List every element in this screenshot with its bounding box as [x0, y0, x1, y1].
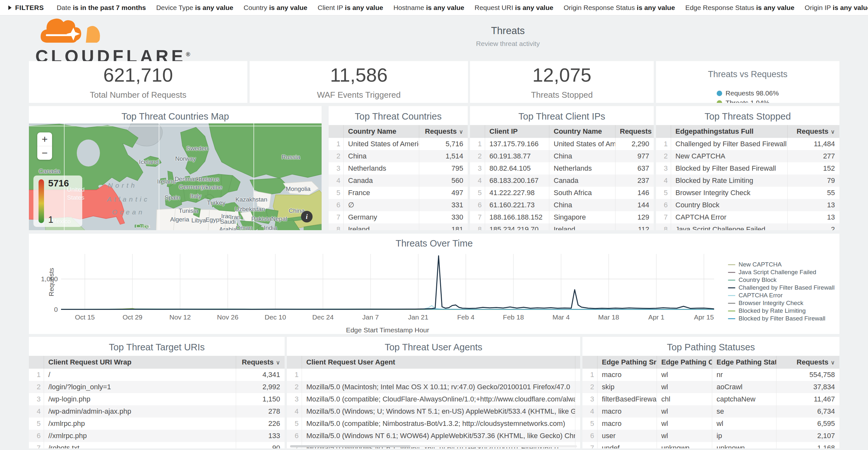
chart-legend-item[interactable]: Blocked by Filter Based Firewall: [728, 315, 835, 322]
table-row: 5Mozilla/5.0 (compatible; Nimbostratus-B…: [287, 418, 580, 430]
filter-item[interactable]: Origin Response Status is any value: [563, 4, 675, 11]
chart-legend-item[interactable]: Country Block: [728, 276, 835, 284]
top-threat-countries-table: Country NameRequests∨1United States of A…: [329, 125, 468, 230]
filter-item[interactable]: Request URI is any value: [474, 4, 553, 11]
table-cell: [575, 393, 580, 405]
filter-field: Edge Response Status: [685, 4, 756, 11]
table-cell: user: [597, 430, 657, 442]
country-label: Italy: [190, 192, 202, 200]
threats-vs-requests-panel: Threats vs Requests Requests 98.06%Threa…: [656, 61, 839, 103]
table-row: 4macrowlse6,734: [582, 405, 839, 418]
legend-series-label: New CAPTCHA: [739, 261, 782, 268]
table-cell: 11,467: [776, 393, 839, 405]
column-header[interactable]: Requests∨: [419, 125, 468, 138]
column-header[interactable]: Requests∨: [776, 356, 839, 369]
table-row: 7/robots.txt90: [29, 442, 285, 448]
top-pathing-statuses-panel: Top Pathing Statuses Edge Pathing SrcEdg…: [582, 337, 839, 448]
country-label: Russia: [281, 153, 300, 161]
table-cell: 129: [615, 211, 654, 223]
row-index: 8: [656, 223, 671, 230]
table-cell: Ireland: [343, 223, 419, 230]
filter-item[interactable]: Device Type is any value: [156, 4, 233, 11]
table-row: 4Mozilla/5.0 (Windows; U; Windows NT 5.1…: [287, 405, 580, 418]
country-label: Egypt: [206, 216, 221, 224]
column-header[interactable]: Client IP: [485, 125, 549, 138]
table-cell: 277: [787, 150, 839, 162]
horizontal-scrollbar[interactable]: [290, 445, 577, 447]
chart-legend: New CAPTCHAJava Script Challenge FailedC…: [728, 261, 835, 322]
column-header[interactable]: Requests∨: [787, 125, 839, 138]
stat-label: Threats Stopped: [531, 90, 593, 100]
chart-legend-item[interactable]: Browser Integrity Check: [728, 299, 835, 307]
table-cell: /wp-login.php: [44, 393, 236, 405]
scrollbar-thumb[interactable]: [290, 445, 410, 447]
stat-total-requests: 621,710 Total Number of Requests: [29, 61, 247, 103]
expand-arrow-icon: [8, 5, 11, 10]
table-cell: 13: [787, 211, 839, 223]
column-header[interactable]: Client Request User Agent: [302, 356, 575, 369]
zoom-in-button[interactable]: +: [37, 132, 52, 146]
info-icon[interactable]: i: [301, 211, 313, 222]
filter-items: Date is in the past 7 monthsDevice Type …: [57, 4, 868, 11]
page-subtitle: Review threat activity: [167, 40, 849, 48]
country-label: Uzbekistan: [235, 205, 265, 213]
filter-item[interactable]: Hostname is any value: [394, 4, 465, 11]
table-cell: wl: [657, 418, 712, 430]
country-label: Germany: [179, 183, 204, 191]
row-index: 3: [29, 393, 44, 405]
chart-legend-item[interactable]: New CAPTCHA: [728, 261, 835, 268]
table-cell: 554,758: [776, 369, 839, 381]
legend-min-value: 1: [48, 214, 53, 225]
top-threats-stopped-panel: Top Threats Stopped Edgepathingstatus Fu…: [656, 106, 839, 230]
table-cell: China: [343, 150, 419, 162]
table-cell: //xmlrpc.php: [44, 430, 236, 442]
column-header[interactable]: Edgepathingstatus Full: [671, 125, 787, 138]
filter-item[interactable]: Client IP is any value: [318, 4, 383, 11]
column-header[interactable]: Requests∨: [615, 125, 654, 138]
cloudflare-logo: CLOUDFLARE®: [35, 15, 170, 60]
table-cell: /xmlrpc.php: [44, 418, 236, 430]
world-map[interactable]: CanadaUnited StatesMexicoCubaIcelandIrel…: [29, 123, 321, 230]
table-row: 5Browser Integrity Check55: [656, 187, 839, 199]
stat-value: 12,075: [532, 64, 591, 86]
row-index: 5: [29, 418, 44, 430]
table-cell: 152: [787, 162, 839, 175]
chart-plot[interactable]: [61, 254, 714, 310]
row-index: 2: [29, 381, 44, 393]
top-pathing-statuses-table: Edge Pathing SrcEdge Pathing OpEdge Path…: [582, 356, 839, 448]
table-cell: ip: [712, 430, 776, 442]
column-header-label: Client Request User Agent: [307, 358, 396, 366]
table-cell: 5,716: [419, 138, 468, 150]
chart-legend-item[interactable]: Challenged by Filter Based Firewall: [728, 284, 835, 292]
column-header[interactable]: Edge Pathing Op: [657, 356, 712, 369]
threats-over-time-panel: Threats Over Time Requests 1,0000 Oct 15…: [29, 234, 839, 334]
column-header[interactable]: [575, 356, 580, 369]
top-threat-countries-panel: Top Threat Countries Country NameRequest…: [329, 106, 468, 230]
filters-toggle[interactable]: FILTERS: [8, 4, 44, 11]
zoom-out-button[interactable]: −: [37, 146, 52, 160]
legend-label: Requests 98.06%: [726, 89, 779, 97]
x-tick-label: Jan 7: [353, 313, 389, 321]
filter-item[interactable]: Date is in the past 7 months: [57, 4, 146, 11]
table-row: 8Ireland181: [329, 223, 468, 230]
column-header[interactable]: Edge Pathing Src: [597, 356, 657, 369]
table-cell: /wp-admin/admin-ajax.php: [44, 405, 236, 418]
table-cell: ∅: [343, 199, 419, 211]
column-header[interactable]: Country Name: [549, 125, 615, 138]
row-index: 1: [656, 138, 671, 150]
column-header[interactable]: Edge Pathing Status: [712, 356, 776, 369]
filter-item[interactable]: Edge Response Status is any value: [685, 4, 795, 11]
table-row: 3filterBasedFirewallchlcaptchaNew11,467: [582, 393, 839, 405]
chart-legend-item[interactable]: Java Script Challenge Failed: [728, 268, 835, 276]
panel-title: Top Threat Client IPs: [470, 111, 654, 122]
filter-item[interactable]: Origin IP is any value: [805, 4, 868, 11]
table-cell: 278: [236, 405, 285, 418]
chart-legend-item[interactable]: Blocked by Rate Limiting: [728, 307, 835, 315]
column-header[interactable]: Country Name: [343, 125, 419, 138]
column-header[interactable]: Client Request URI Wrap: [44, 356, 236, 369]
legend-line-icon: [728, 295, 735, 296]
column-header[interactable]: Requests∨: [236, 356, 285, 369]
chart-legend-item[interactable]: CAPTCHA Error: [728, 292, 835, 299]
table-cell: 6,734: [776, 405, 839, 418]
filter-item[interactable]: Country is any value: [244, 4, 307, 11]
